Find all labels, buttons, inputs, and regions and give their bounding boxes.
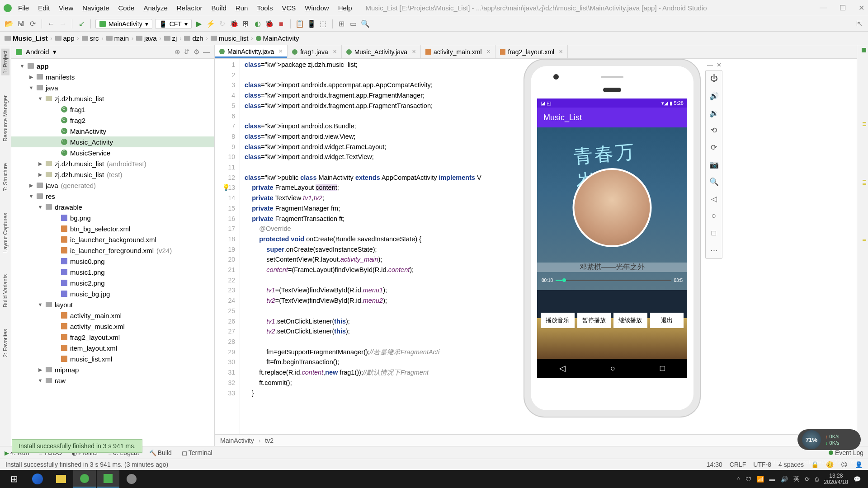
profile-icon[interactable]: ◐	[253, 19, 262, 28]
terminal-tool-tab[interactable]: ▢Terminal	[182, 449, 212, 456]
database-inspector-icon[interactable]: ▭	[349, 19, 358, 28]
tree-item-res[interactable]: ▼res	[11, 191, 214, 202]
taskbar-app-browser[interactable]	[26, 470, 49, 488]
tree-item-layout[interactable]: ▼layout	[11, 299, 214, 310]
tray-notifications-icon[interactable]: 💬	[854, 476, 861, 483]
emulator-minimize-icon[interactable]: —	[707, 61, 713, 68]
tree-item-activity-music-xml[interactable]: activity_music.xml	[11, 321, 214, 332]
tree-item-mipmap[interactable]: ▶mipmap	[11, 364, 214, 375]
player-button[interactable]: 退出	[650, 313, 684, 328]
tray-clock[interactable]: 13:28 2020/4/18	[824, 473, 848, 485]
layout-captures-tab[interactable]: Layout Captures	[1, 211, 9, 254]
maximize-button[interactable]: ☐	[840, 4, 846, 12]
tree-item-manifests[interactable]: ▶manifests	[11, 71, 214, 82]
close-tab-icon[interactable]: ✕	[333, 49, 337, 55]
tray-battery-icon[interactable]: ▬	[769, 476, 775, 483]
tray-ime-icon[interactable]: 英	[793, 475, 799, 483]
pin-icon[interactable]: ⇱	[854, 19, 863, 28]
editor-tab-frag1-java[interactable]: frag1.java✕	[288, 45, 341, 58]
editor-tab-music-activity-java[interactable]: Music_Activity.java✕	[342, 45, 421, 58]
volume-up-icon[interactable]: 🔊	[709, 90, 719, 101]
player-button[interactable]: 播放音乐	[541, 313, 575, 328]
crumb-class[interactable]: MainActivity	[220, 437, 254, 444]
back-nav-icon[interactable]: ◁	[559, 363, 566, 373]
tree-item-java[interactable]: ▼java	[11, 82, 214, 93]
layout-inspector-icon[interactable]: ⊞	[337, 19, 346, 28]
device-selector[interactable]: 📱 CFT ▾	[155, 19, 192, 29]
settings-icon[interactable]: ⚙	[193, 48, 199, 56]
tree-item-music1-png[interactable]: music1.png	[11, 267, 214, 277]
crumb-member[interactable]: tv2	[265, 437, 274, 444]
project-view-selector[interactable]: Android	[26, 48, 49, 56]
wand-icon[interactable]: ↙	[77, 19, 86, 28]
tree-item-activity-main-xml[interactable]: activity_main.xml	[11, 310, 214, 321]
close-tab-icon[interactable]: ✕	[559, 49, 563, 55]
avd-manager-icon[interactable]: 📋	[295, 19, 304, 28]
sdk-manager-icon[interactable]: 📱	[307, 19, 316, 28]
minimize-button[interactable]: —	[820, 4, 827, 12]
resource-manager-icon[interactable]: ⬚	[319, 19, 328, 28]
stop-button[interactable]: ■	[277, 19, 286, 28]
menu-code[interactable]: Code	[118, 4, 135, 12]
menu-run[interactable]: Run	[236, 4, 248, 12]
seek-bar[interactable]	[556, 280, 671, 281]
zoom-icon[interactable]: 🔍	[709, 176, 719, 187]
open-icon[interactable]: 📂	[5, 19, 14, 28]
taskbar-app-explorer[interactable]	[50, 470, 72, 488]
tree-item-java[interactable]: ▶java (generated)	[11, 180, 214, 191]
more-icon[interactable]: ⋯	[710, 245, 718, 256]
breadcrumb-item[interactable]: MainActivity	[256, 34, 299, 42]
tree-item-raw[interactable]: ▼raw	[11, 375, 214, 386]
recents-nav-icon[interactable]: □	[660, 364, 665, 373]
structure-tab[interactable]: 7: Structure	[1, 161, 9, 193]
tree-item-zj-dzh-music-list[interactable]: ▶zj.dzh.music_list (test)	[11, 169, 214, 180]
menu-build[interactable]: Build	[211, 4, 226, 12]
breadcrumb-item[interactable]: app	[55, 34, 75, 42]
tray-shield-icon[interactable]: 🛡	[745, 476, 751, 483]
volume-down-icon[interactable]: 🔉	[709, 108, 719, 118]
tree-item-frag2[interactable]: frag2	[11, 115, 214, 126]
breadcrumb-item[interactable]: java	[136, 34, 157, 42]
menu-window[interactable]: Window	[305, 4, 329, 12]
save-icon[interactable]: 🖫	[16, 19, 25, 28]
tree-item-frag2-layout-xml[interactable]: frag2_layout.xml	[11, 332, 214, 343]
tray-sync-icon[interactable]: ⟳	[805, 476, 810, 483]
tree-item-bg-png[interactable]: bg.png	[11, 212, 214, 223]
apply-changes-icon[interactable]: ⚡	[206, 19, 215, 28]
rotate-left-icon[interactable]: ⟲	[711, 125, 717, 136]
close-tab-icon[interactable]: ✕	[412, 49, 416, 55]
hide-icon[interactable]: —	[203, 48, 210, 56]
tree-item-item-layout-xml[interactable]: item_layout.xml	[11, 343, 214, 353]
breadcrumb-item[interactable]: zj	[164, 34, 177, 42]
back-button-icon[interactable]: ◁	[711, 193, 717, 204]
close-button[interactable]: ✕	[859, 4, 864, 12]
menu-view[interactable]: View	[59, 4, 73, 12]
tree-item-zj-dzh-music-list[interactable]: ▶zj.dzh.music_list (androidTest)	[11, 158, 214, 169]
tree-item-drawable[interactable]: ▼drawable	[11, 202, 214, 212]
resource-manager-tab[interactable]: Resource Manager	[1, 94, 9, 143]
menu-navigate[interactable]: Navigate	[82, 4, 109, 12]
sync-icon[interactable]: ⟳	[28, 19, 37, 28]
tree-item-mainactivity[interactable]: MainActivity	[11, 126, 214, 136]
player-button[interactable]: 继续播放	[613, 313, 647, 328]
tray-printer-icon[interactable]: ⎙	[815, 476, 819, 483]
home-nav-icon[interactable]: ○	[610, 364, 615, 373]
breadcrumb-item[interactable]: dzh	[184, 34, 203, 42]
breadcrumb-item[interactable]: music_list	[211, 34, 249, 42]
favorites-tab[interactable]: 2: Favorites	[1, 327, 9, 359]
menu-help[interactable]: Help	[338, 4, 352, 12]
menu-file[interactable]: File	[18, 4, 29, 12]
overview-button-icon[interactable]: □	[712, 228, 716, 239]
breadcrumb-item[interactable]: Music_List	[5, 34, 48, 42]
search-icon[interactable]: 🔍	[361, 19, 370, 28]
file-encoding[interactable]: UTF-8	[753, 461, 771, 468]
tray-wifi-icon[interactable]: 📶	[757, 476, 764, 483]
forward-icon[interactable]: →	[58, 19, 67, 28]
device-screen[interactable]: ◪ ◰ ▾◢ ▮ 5:28 Music_List 邓紫棋——光年之外 00:18	[537, 99, 687, 378]
start-button[interactable]: ⊞	[3, 470, 25, 488]
playback-progress[interactable]: 00:18 03:5	[542, 278, 683, 283]
emulator-close-icon[interactable]: ✕	[717, 61, 722, 68]
breadcrumb-item[interactable]: main	[106, 34, 129, 42]
back-icon[interactable]: ←	[47, 19, 56, 28]
tree-item-ic-launcher-background-xml[interactable]: ic_launcher_background.xml	[11, 234, 214, 245]
